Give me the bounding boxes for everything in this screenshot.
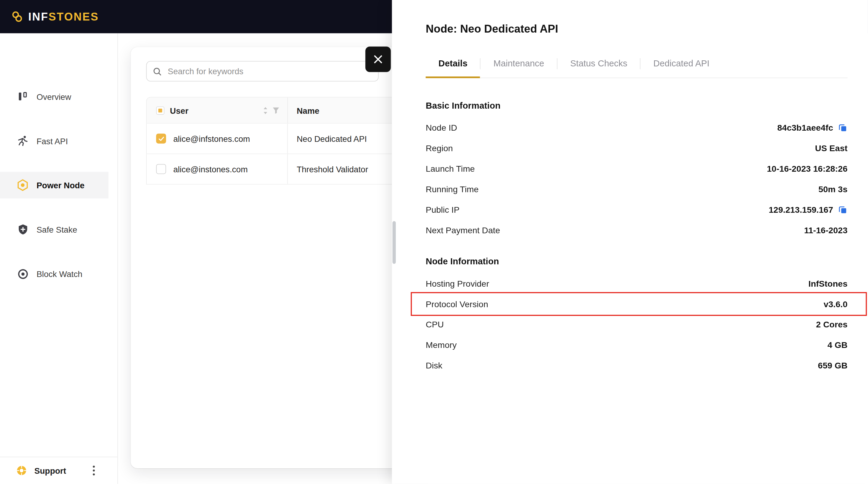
info-row-node-id: Node ID 84c3b1aee4fc — [426, 117, 847, 138]
sidebar: Overview Fast API — [0, 33, 118, 484]
row-checkbox[interactable] — [156, 134, 166, 144]
infstones-wordmark: INFSTONES — [28, 10, 99, 23]
drawer-title: Node: Neo Dedicated API — [426, 0, 847, 36]
copy-icon[interactable] — [838, 205, 847, 215]
sidebar-item-fast-api[interactable]: Fast API — [0, 127, 117, 154]
sort-icon[interactable] — [262, 106, 269, 115]
kebab-menu-icon[interactable] — [93, 465, 95, 476]
search-icon — [152, 66, 162, 76]
info-row-launch-time: Launch Time 10-16-2023 16:28:26 — [426, 159, 847, 179]
sidebar-item-label: Safe Stake — [36, 225, 77, 234]
search-input-wrapper — [146, 61, 378, 82]
info-row-running-time: Running Time 50m 3s — [426, 179, 847, 199]
safe-stake-icon — [17, 223, 29, 235]
tabs: Details Maintenance Status Checks Dedica… — [426, 50, 847, 78]
table-header-row: User — [147, 97, 430, 123]
filter-icon[interactable] — [273, 107, 280, 114]
power-node-icon — [17, 179, 29, 191]
basic-information-section: Basic Information Node ID 84c3b1aee4fc R… — [426, 100, 847, 240]
drawer-resize-handle[interactable] — [393, 221, 396, 264]
sidebar-item-label: Power Node — [36, 180, 84, 190]
select-all-checkbox[interactable] — [156, 106, 164, 115]
row-checkbox[interactable] — [156, 164, 166, 174]
sidebar-item-safe-stake[interactable]: Safe Stake — [0, 216, 117, 243]
tab-details[interactable]: Details — [426, 50, 480, 78]
user-cell-value: alice@instones.com — [173, 165, 248, 174]
section-heading: Node Information — [426, 256, 847, 267]
sidebar-item-label: Block Watch — [36, 269, 82, 279]
support-icon — [16, 464, 27, 477]
info-row-disk: Disk 659 GB — [426, 355, 847, 376]
block-watch-icon — [17, 268, 29, 280]
support-label: Support — [34, 466, 66, 475]
sidebar-item-power-node[interactable]: Power Node — [0, 172, 108, 198]
sidebar-nav: Overview Fast API — [0, 33, 117, 287]
sidebar-item-label: Fast API — [36, 136, 68, 145]
name-cell-value: Threshold Validator — [297, 165, 368, 174]
node-details-drawer: Node: Neo Dedicated API Details Maintena… — [392, 0, 868, 484]
column-header-label: Name — [297, 106, 319, 115]
name-cell-value: Neo Dedicated API — [297, 134, 367, 143]
fast-api-icon — [17, 135, 29, 147]
info-row-protocol-version: Protocol Version v3.6.0 — [426, 293, 847, 314]
infstones-logo[interactable]: INFSTONES — [11, 10, 99, 23]
tab-status-checks[interactable]: Status Checks — [558, 50, 640, 78]
search-input[interactable] — [167, 66, 373, 77]
info-row-cpu: CPU 2 Cores — [426, 314, 847, 335]
info-row-next-payment-date: Next Payment Date 11-16-2023 — [426, 220, 847, 240]
info-row-public-ip: Public IP 129.213.159.167 — [426, 199, 847, 220]
sidebar-item-block-watch[interactable]: Block Watch — [0, 260, 117, 287]
table-row[interactable]: alice@infstones.com Neo Dedicated API — [147, 123, 430, 153]
overview-icon — [17, 90, 29, 102]
support-bar[interactable]: Support — [0, 457, 117, 484]
info-row-hosting-provider: Hosting Provider InfStones — [426, 273, 847, 293]
copy-icon[interactable] — [838, 123, 847, 133]
user-cell-value: alice@infstones.com — [173, 134, 250, 143]
tab-maintenance[interactable]: Maintenance — [481, 50, 557, 78]
info-row-region: Region US East — [426, 138, 847, 159]
infstones-logo-icon — [11, 10, 23, 23]
section-heading: Basic Information — [426, 100, 847, 111]
close-icon — [373, 54, 383, 64]
sidebar-item-overview[interactable]: Overview — [0, 83, 117, 110]
table-row[interactable]: alice@instones.com Threshold Validator — [147, 153, 430, 184]
column-header-label: User — [170, 106, 188, 115]
node-information-section: Node Information Hosting Provider InfSto… — [426, 256, 847, 376]
user-table: User — [146, 97, 431, 184]
user-column-header: User — [147, 97, 288, 123]
tab-dedicated-api[interactable]: Dedicated API — [641, 50, 722, 78]
close-drawer-button[interactable] — [365, 47, 391, 72]
sidebar-item-label: Overview — [36, 92, 71, 101]
user-node-panel: User — [130, 47, 430, 468]
info-row-memory: Memory 4 GB — [426, 335, 847, 355]
app-root: INFSTONES Overview — [0, 0, 868, 484]
